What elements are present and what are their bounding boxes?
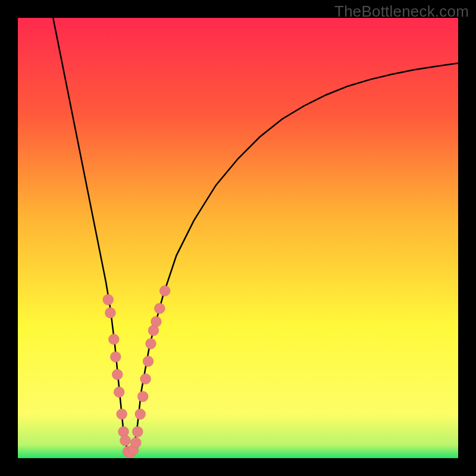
data-marker	[143, 356, 154, 367]
data-marker	[114, 387, 124, 397]
data-marker	[110, 352, 121, 362]
data-marker	[137, 392, 148, 402]
data-marker	[151, 317, 161, 327]
chart-frame: TheBottleneck.com	[0, 0, 476, 476]
data-marker	[103, 295, 114, 305]
plot-area	[18, 18, 458, 458]
data-marker	[146, 339, 156, 349]
marker-group	[103, 286, 170, 458]
data-marker	[120, 436, 131, 446]
chart-svg	[18, 18, 458, 458]
data-marker	[117, 409, 127, 419]
data-marker	[159, 286, 170, 296]
data-marker	[140, 374, 151, 384]
data-marker	[112, 369, 123, 380]
data-marker	[135, 409, 146, 419]
watermark-text: TheBottleneck.com	[334, 2, 469, 21]
data-marker	[154, 303, 165, 314]
data-marker	[132, 427, 143, 437]
bottleneck-curve-path	[53, 18, 458, 454]
data-marker	[130, 437, 141, 448]
data-marker	[105, 308, 116, 318]
data-marker	[108, 334, 119, 345]
